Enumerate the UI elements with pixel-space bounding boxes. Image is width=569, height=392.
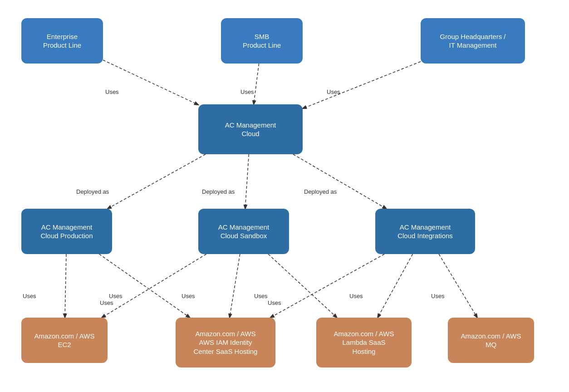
edge-label-7: Uses [109,293,123,299]
edge-label-3: Deployed as [76,188,109,195]
svg-line-1 [254,64,259,104]
svg-line-0 [103,60,198,105]
svg-line-3 [108,154,206,209]
node-enterprise: Enterprise Product Line [21,18,103,64]
svg-line-4 [245,154,249,209]
node-ac_production: AC Management Cloud Production [21,209,112,254]
svg-line-2 [303,62,421,108]
node-ac_management: AC Management Cloud [198,104,303,154]
node-aws_ec2: Amazon.com / AWS EC2 [21,318,108,363]
node-ac_sandbox: AC Management Cloud Sandbox [198,209,289,254]
svg-line-5 [293,154,386,209]
svg-line-8 [102,254,206,318]
svg-line-13 [439,254,477,318]
edge-label-4: Deployed as [202,188,235,195]
edge-label-0: Uses [105,88,119,95]
node-ac_integrations: AC Management Cloud Integrations [375,209,475,254]
edge-label-5: Deployed as [304,188,337,195]
svg-line-9 [230,254,240,318]
edge-label-8: Uses [100,299,113,306]
diagram-container: Enterprise Product LineSMB Product LineG… [0,0,569,392]
edge-label-13: Uses [431,293,445,299]
edge-label-9: Uses [181,293,195,299]
node-aws_mq: Amazon.com / AWS MQ [448,318,534,363]
edge-label-10: Uses [254,293,268,299]
svg-line-7 [99,254,190,318]
svg-line-10 [268,254,337,318]
node-aws_iam: Amazon.com / AWS AWS IAM Identity Center… [176,318,275,368]
node-aws_lambda: Amazon.com / AWS Lambda SaaS Hosting [316,318,412,368]
svg-line-12 [378,254,412,318]
svg-line-6 [65,254,66,318]
node-smb: SMB Product Line [221,18,303,64]
edge-label-1: Uses [240,88,254,95]
edge-label-12: Uses [349,293,363,299]
edge-label-11: Uses [268,299,281,306]
edge-label-6: Uses [23,293,36,299]
node-group_hq: Group Headquarters / IT Management [421,18,525,64]
svg-line-11 [270,254,384,318]
edge-label-2: Uses [327,88,340,95]
